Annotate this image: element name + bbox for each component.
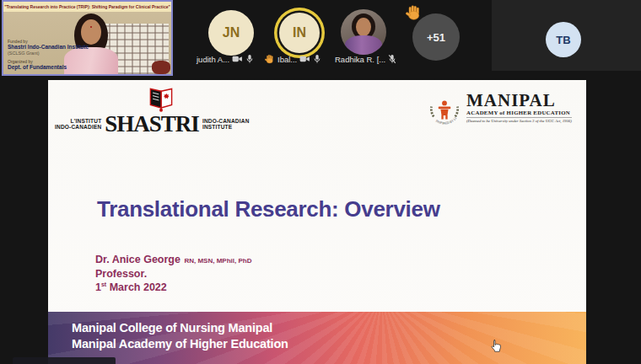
funded-by-value: Shastri Indo-Canadian Institute (8, 44, 89, 50)
avatar-radhika-photo[interactable] (341, 9, 386, 55)
participant-label-judith: judith A... (197, 53, 254, 65)
shastri-wordmark: SHASTRI (105, 114, 199, 134)
hand-pointer-cursor (490, 339, 501, 353)
avatar-tb[interactable]: TB (546, 22, 581, 57)
camera-icon (232, 55, 243, 63)
avatar-ibal-initials: IN (293, 25, 306, 40)
manipal-tagline: ACADEMY of HIGHER EDUCATION (466, 110, 572, 115)
presenter-face (81, 19, 101, 45)
avatar-ibal-active-speaker[interactable]: IN (279, 13, 320, 53)
date-rest: March 2022 (106, 281, 167, 293)
camera-icon (299, 55, 310, 63)
participant-label-ibal: Ibal... (265, 53, 321, 65)
shastri-right-top: INDO-CANADIAN (202, 118, 250, 124)
author-role: Professor. (95, 268, 251, 280)
author-credentials: RN, MSN, MPhil, PhD (184, 257, 251, 265)
presenter-bindi (90, 26, 92, 28)
author-name: Dr. Anice George (95, 254, 180, 265)
slide-title: Translational Research: Overview (97, 196, 440, 222)
presentation-date: 1st March 2022 (95, 281, 251, 293)
avatar-judith[interactable]: JN (208, 10, 254, 56)
participant-name: Ibal... (277, 55, 297, 64)
manipal-deemed-note: (Deemed to be University under Section 3… (466, 117, 572, 123)
shastri-book-logo-icon (146, 87, 176, 114)
participant-label-radhika: Radhika R. [... (335, 53, 396, 65)
raised-hand-icon (265, 54, 275, 64)
bottom-overlay-bar (13, 357, 116, 364)
author-block: Dr. Anice George RN, MSN, MPhil, PhD Pro… (95, 251, 251, 293)
raised-hand-icon (406, 4, 423, 21)
mic-icon (313, 54, 321, 64)
date-day: 1 (95, 281, 101, 293)
avatar-judith-initials: JN (223, 25, 240, 40)
radhika-face (356, 18, 371, 36)
presenter-sari (64, 47, 118, 76)
organized-by-value: Dept. of Fundamentals (8, 64, 67, 70)
shastri-left-bottom: INDO-CANADIEN (55, 124, 101, 130)
manipal-logo: INSPIRED BY LIFE MANIPAL ACADEMY of HIGH… (428, 92, 572, 131)
manipal-wordmark: MANIPAL (466, 92, 572, 109)
shared-screen-slide: L'INSTITUT INDO-CANADIEN SHASTRI INDO-CA… (48, 80, 586, 364)
avatar-tb-initials: TB (556, 34, 570, 46)
overflow-count: +51 (427, 31, 445, 44)
mic-icon (245, 54, 254, 64)
participant-name: Radhika R. [... (335, 55, 385, 64)
presenter-video-tile[interactable]: "Translating Research into Practice (TRI… (2, 0, 173, 76)
mic-muted-icon (388, 54, 396, 64)
grant-note: (SCLSG Grant) (8, 51, 40, 56)
meeting-window: "Translating Research into Practice (TRI… (0, 0, 641, 364)
shastri-right-bottom: INSTITUTE (202, 124, 250, 130)
footer-line-1: Manipal College of Nursing Manipal (72, 321, 272, 335)
radhika-dress (345, 35, 382, 55)
webinar-banner-text: "Translating Research into Practice (TRI… (3, 2, 171, 12)
footer-line-2: Manipal Academy of Higher Education (72, 337, 288, 351)
shastri-logo-text: L'INSTITUT INDO-CANADIEN SHASTRI INDO-CA… (55, 114, 250, 134)
building-foliage (152, 61, 170, 74)
slide-footer-banner: Manipal College of Nursing Manipal Manip… (48, 312, 586, 364)
shastri-left-top: L'INSTITUT (55, 118, 101, 124)
manipal-emblem-icon: INSPIRED BY LIFE (428, 92, 461, 131)
participant-name: judith A... (197, 55, 229, 64)
